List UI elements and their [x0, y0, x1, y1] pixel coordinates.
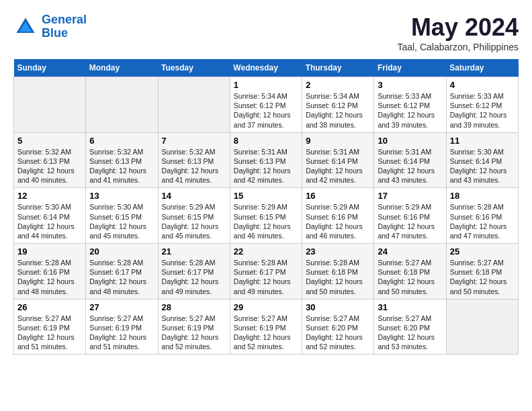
day-number: 13: [89, 191, 154, 201]
logo-line1: General: [42, 13, 87, 26]
table-row: 14 Sunrise: 5:29 AM Sunset: 6:15 PM Dayl…: [158, 188, 230, 244]
day-info: Sunrise: 5:27 AM Sunset: 6:20 PM Dayligh…: [378, 314, 442, 352]
sunset: Sunset: 6:19 PM: [89, 323, 154, 332]
sunrise: Sunrise: 5:28 AM: [162, 258, 226, 267]
sunrise: Sunrise: 5:28 AM: [450, 202, 515, 212]
sunrise: Sunrise: 5:28 AM: [306, 258, 370, 267]
sunset: Sunset: 6:15 PM: [234, 212, 298, 222]
day-number: 29: [234, 302, 298, 312]
daylight: Daylight: 12 hours and 46 minutes.: [306, 222, 370, 240]
daylight: Daylight: 12 hours and 43 minutes.: [378, 166, 442, 185]
calendar-week-2: 5 Sunrise: 5:32 AM Sunset: 6:13 PM Dayli…: [14, 132, 519, 188]
day-info: Sunrise: 5:28 AM Sunset: 6:18 PM Dayligh…: [306, 258, 370, 296]
day-number: 17: [378, 191, 442, 201]
daylight: Daylight: 12 hours and 45 minutes.: [89, 222, 154, 240]
daylight: Daylight: 12 hours and 49 minutes.: [162, 277, 226, 295]
table-row: [86, 77, 158, 133]
sunrise: Sunrise: 5:29 AM: [378, 202, 442, 212]
sunset: Sunset: 6:20 PM: [378, 323, 442, 332]
day-number: 1: [234, 80, 298, 90]
day-info: Sunrise: 5:31 AM Sunset: 6:13 PM Dayligh…: [234, 147, 298, 185]
sunrise: Sunrise: 5:33 AM: [450, 91, 515, 101]
day-number: 11: [450, 136, 515, 146]
sunrise: Sunrise: 5:30 AM: [89, 202, 154, 212]
day-info: Sunrise: 5:27 AM Sunset: 6:19 PM Dayligh…: [162, 314, 226, 352]
daylight: Daylight: 12 hours and 53 minutes.: [378, 332, 442, 351]
sunrise: Sunrise: 5:31 AM: [306, 147, 370, 156]
sunset: Sunset: 6:12 PM: [306, 101, 370, 110]
table-row: 8 Sunrise: 5:31 AM Sunset: 6:13 PM Dayli…: [230, 132, 302, 188]
sunrise: Sunrise: 5:34 AM: [234, 91, 298, 101]
day-number: 6: [89, 136, 154, 146]
logo-text: General Blue: [42, 13, 87, 40]
day-number: 4: [450, 80, 515, 90]
day-info: Sunrise: 5:32 AM Sunset: 6:13 PM Dayligh…: [17, 147, 82, 185]
weekday-header-saturday: Saturday: [446, 59, 518, 77]
table-row: 19 Sunrise: 5:28 AM Sunset: 6:16 PM Dayl…: [14, 244, 86, 300]
table-row: 20 Sunrise: 5:28 AM Sunset: 6:17 PM Dayl…: [86, 244, 158, 300]
day-info: Sunrise: 5:34 AM Sunset: 6:12 PM Dayligh…: [306, 91, 370, 130]
weekday-header-thursday: Thursday: [302, 59, 374, 77]
sunrise: Sunrise: 5:27 AM: [378, 314, 442, 323]
sunrise: Sunrise: 5:32 AM: [17, 147, 82, 156]
day-info: Sunrise: 5:30 AM Sunset: 6:15 PM Dayligh…: [89, 202, 154, 240]
day-info: Sunrise: 5:33 AM Sunset: 6:12 PM Dayligh…: [450, 91, 515, 130]
table-row: 23 Sunrise: 5:28 AM Sunset: 6:18 PM Dayl…: [302, 244, 374, 300]
sunset: Sunset: 6:14 PM: [17, 212, 82, 222]
day-number: 28: [162, 302, 226, 312]
calendar-week-4: 19 Sunrise: 5:28 AM Sunset: 6:16 PM Dayl…: [14, 244, 519, 300]
calendar-week-3: 12 Sunrise: 5:30 AM Sunset: 6:14 PM Dayl…: [14, 188, 519, 244]
sunset: Sunset: 6:15 PM: [89, 212, 154, 222]
sunset: Sunset: 6:16 PM: [378, 212, 442, 222]
sunset: Sunset: 6:16 PM: [17, 267, 82, 277]
sunrise: Sunrise: 5:28 AM: [89, 258, 154, 267]
table-row: 6 Sunrise: 5:32 AM Sunset: 6:13 PM Dayli…: [86, 132, 158, 188]
sunrise: Sunrise: 5:27 AM: [450, 258, 515, 267]
daylight: Daylight: 12 hours and 45 minutes.: [162, 222, 226, 240]
table-row: 31 Sunrise: 5:27 AM Sunset: 6:20 PM Dayl…: [374, 299, 446, 355]
sunrise: Sunrise: 5:31 AM: [378, 147, 442, 156]
sunset: Sunset: 6:18 PM: [450, 267, 515, 277]
sunset: Sunset: 6:12 PM: [450, 101, 515, 110]
sunset: Sunset: 6:14 PM: [306, 156, 370, 166]
weekday-header-friday: Friday: [374, 59, 446, 77]
table-row: 30 Sunrise: 5:27 AM Sunset: 6:20 PM Dayl…: [302, 299, 374, 355]
day-number: 20: [89, 246, 154, 257]
table-row: 7 Sunrise: 5:32 AM Sunset: 6:13 PM Dayli…: [158, 132, 230, 188]
sunset: Sunset: 6:20 PM: [306, 323, 370, 332]
day-number: 25: [450, 246, 515, 257]
table-row: 26 Sunrise: 5:27 AM Sunset: 6:19 PM Dayl…: [14, 299, 86, 355]
sunrise: Sunrise: 5:27 AM: [17, 314, 82, 323]
weekday-header-monday: Monday: [86, 59, 158, 77]
table-row: 22 Sunrise: 5:28 AM Sunset: 6:17 PM Dayl…: [230, 244, 302, 300]
day-info: Sunrise: 5:28 AM Sunset: 6:17 PM Dayligh…: [162, 258, 226, 296]
daylight: Daylight: 12 hours and 52 minutes.: [234, 332, 298, 351]
day-number: 22: [234, 246, 298, 257]
sunset: Sunset: 6:14 PM: [450, 156, 515, 166]
day-number: 8: [234, 136, 298, 146]
daylight: Daylight: 12 hours and 41 minutes.: [162, 166, 226, 185]
calendar-week-1: 1 Sunrise: 5:34 AM Sunset: 6:12 PM Dayli…: [14, 77, 519, 133]
day-number: 14: [162, 191, 226, 201]
sunset: Sunset: 6:17 PM: [234, 267, 298, 277]
table-row: [14, 77, 86, 133]
day-info: Sunrise: 5:31 AM Sunset: 6:14 PM Dayligh…: [306, 147, 370, 185]
table-row: 4 Sunrise: 5:33 AM Sunset: 6:12 PM Dayli…: [446, 77, 518, 133]
day-number: 21: [162, 246, 226, 257]
day-info: Sunrise: 5:27 AM Sunset: 6:19 PM Dayligh…: [234, 314, 298, 352]
day-number: 9: [306, 136, 370, 146]
day-info: Sunrise: 5:27 AM Sunset: 6:19 PM Dayligh…: [17, 314, 82, 352]
table-row: 17 Sunrise: 5:29 AM Sunset: 6:16 PM Dayl…: [374, 188, 446, 244]
day-info: Sunrise: 5:28 AM Sunset: 6:17 PM Dayligh…: [89, 258, 154, 296]
day-info: Sunrise: 5:29 AM Sunset: 6:16 PM Dayligh…: [378, 202, 442, 240]
day-info: Sunrise: 5:32 AM Sunset: 6:13 PM Dayligh…: [89, 147, 154, 185]
daylight: Daylight: 12 hours and 42 minutes.: [234, 166, 298, 185]
daylight: Daylight: 12 hours and 52 minutes.: [162, 332, 226, 351]
table-row: 11 Sunrise: 5:30 AM Sunset: 6:14 PM Dayl…: [446, 132, 518, 188]
daylight: Daylight: 12 hours and 38 minutes.: [306, 110, 370, 129]
table-row: 5 Sunrise: 5:32 AM Sunset: 6:13 PM Dayli…: [14, 132, 86, 188]
sunset: Sunset: 6:13 PM: [89, 156, 154, 166]
sunrise: Sunrise: 5:29 AM: [162, 202, 226, 212]
sunrise: Sunrise: 5:32 AM: [89, 147, 154, 156]
table-row: 27 Sunrise: 5:27 AM Sunset: 6:19 PM Dayl…: [86, 299, 158, 355]
